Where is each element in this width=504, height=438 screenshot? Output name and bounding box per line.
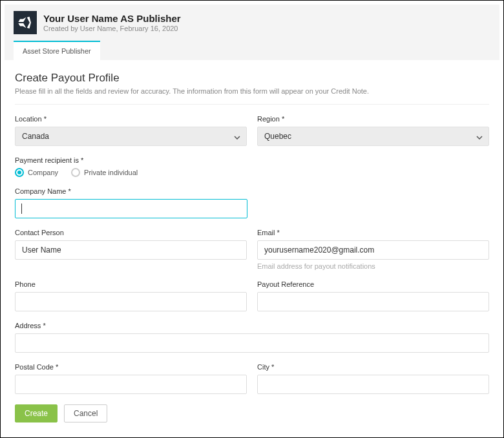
radio-company-label: Company	[28, 169, 58, 176]
company-name-label: Company Name *	[15, 187, 489, 195]
address-input[interactable]	[15, 333, 489, 353]
form-description: Please fill in all the fields and review…	[15, 87, 489, 95]
divider	[15, 104, 489, 105]
tabs: Asset Store Publisher	[14, 41, 490, 60]
radio-company[interactable]: Company	[15, 168, 58, 177]
recipient-label: Payment recipient is *	[15, 156, 489, 164]
location-value: Canada	[22, 132, 49, 141]
create-button[interactable]: Create	[15, 404, 58, 422]
postal-code-input[interactable]	[15, 375, 247, 394]
form-title: Create Payout Profile	[15, 72, 489, 85]
city-input[interactable]	[257, 375, 489, 394]
radio-icon	[71, 168, 80, 177]
postal-code-label: Postal Code *	[15, 363, 247, 371]
payout-reference-input[interactable]	[257, 292, 489, 311]
radio-icon	[15, 168, 24, 177]
header-area: Your User Name AS Publisher Created by U…	[5, 5, 499, 60]
region-label: Region *	[257, 115, 489, 123]
address-label: Address *	[15, 322, 489, 329]
radio-private-label: Private individual	[84, 169, 138, 176]
location-label: Location *	[15, 115, 247, 123]
phone-label: Phone	[15, 280, 247, 288]
email-helper: Email address for payout notifications	[257, 262, 489, 270]
region-select[interactable]: Quebec	[257, 127, 489, 146]
unity-logo-icon	[14, 11, 37, 34]
text-cursor-icon	[21, 203, 22, 214]
city-label: City *	[257, 363, 489, 371]
page-subtitle: Created by User Name, February 16, 2020	[43, 25, 181, 32]
region-value: Quebec	[264, 132, 291, 141]
payout-reference-label: Payout Reference	[257, 280, 489, 288]
contact-person-label: Contact Person	[15, 229, 247, 236]
location-select[interactable]: Canada	[15, 127, 247, 146]
main-content: Create Payout Profile Please fill in all…	[5, 60, 499, 432]
email-input[interactable]	[257, 240, 489, 260]
cancel-button[interactable]: Cancel	[64, 404, 107, 422]
company-name-input[interactable]	[15, 199, 247, 218]
page-title: Your User Name AS Publisher	[43, 13, 181, 24]
tab-asset-store-publisher[interactable]: Asset Store Publisher	[14, 41, 100, 60]
email-label: Email *	[257, 229, 489, 236]
radio-private-individual[interactable]: Private individual	[71, 168, 138, 177]
phone-input[interactable]	[15, 292, 247, 311]
contact-person-input[interactable]	[15, 240, 247, 260]
